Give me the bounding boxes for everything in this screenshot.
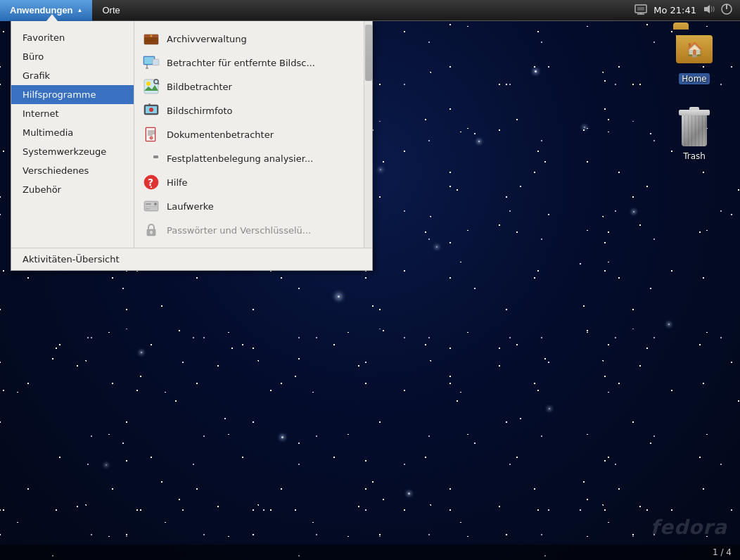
menu-app-betrachter[interactable]: Betrachter für entfernte Bildsc... [134, 51, 364, 75]
betrachter-label: Betrachter für entfernte Bildsc... [167, 58, 315, 68]
svg-point-27 [149, 108, 153, 112]
menu-item-grafik[interactable]: Grafik [11, 66, 134, 85]
menu-item-favoriten[interactable]: Favoriten [11, 28, 134, 47]
desktop: Anwendungen Orte Mo 21:41 )))) [0, 0, 740, 560]
menu-app-festplatte[interactable]: Festplattenbelegung analysier... [134, 146, 364, 170]
menu-right-panel: Archivverwaltung Betrach [134, 21, 364, 248]
svg-rect-52 [146, 208, 150, 210]
workspace-indicator: 1 / 4 [0, 545, 740, 560]
laufwerke-icon [143, 198, 160, 215]
application-menu: Favoriten Büro Grafik Hilfsprogramme Int… [11, 21, 373, 271]
menu-content: Favoriten Büro Grafik Hilfsprogramme Int… [11, 21, 372, 248]
svg-text:)))): )))) [710, 6, 715, 13]
home-folder-icon-img: 🏠 [673, 28, 715, 70]
hilfe-label: Hilfe [167, 177, 188, 188]
passwoerter-label: Passwörter und Verschlüsselü... [167, 225, 311, 236]
bildschirmfoto-label: Bildschirmfoto [167, 106, 233, 116]
menu-item-internet[interactable]: Internet [11, 104, 134, 123]
menu-app-passwoerter: Passwörter und Verschlüsselü... [134, 218, 364, 242]
bildbetrachter-icon [143, 78, 160, 95]
svg-text:?: ? [148, 177, 153, 188]
svg-rect-28 [148, 103, 151, 105]
home-icon-label: Home [679, 73, 709, 84]
menu-app-archivverwaltung[interactable]: Archivverwaltung [134, 27, 364, 51]
menu-left-panel: Favoriten Büro Grafik Hilfsprogramme Int… [11, 21, 134, 248]
passwoerter-icon [143, 222, 160, 238]
festplatte-label: Festplattenbelegung analysier... [167, 153, 313, 164]
menu-app-hilfe[interactable]: ? Hilfe [134, 170, 364, 194]
sound-icon[interactable]: )))) [702, 4, 715, 17]
trash-desktop-icon[interactable]: Trash [663, 106, 726, 162]
menu-scrollbar[interactable] [364, 21, 372, 248]
fedora-watermark: fedora [651, 516, 727, 539]
menu-item-systemwerkzeuge[interactable]: Systemwerkzeuge [11, 142, 134, 161]
trash-icon-img [673, 106, 715, 148]
menu-app-bildbetrachter[interactable]: Bildbetrachter [134, 75, 364, 98]
archivverwaltung-icon [143, 30, 160, 47]
svg-rect-20 [144, 79, 158, 94]
svg-rect-17 [153, 60, 158, 65]
svg-marker-4 [704, 5, 710, 13]
svg-point-46 [151, 186, 152, 188]
festplatte-icon [143, 150, 160, 167]
desktop-icons: 🏠 Home Trash [663, 28, 726, 162]
svg-point-10 [151, 35, 153, 37]
power-icon[interactable] [720, 3, 733, 18]
menu-item-multimedia[interactable]: Multimedia [11, 123, 134, 142]
menu-arrow [46, 14, 58, 21]
menu-footer-aktivitaeten[interactable]: Aktivitäten-Übersicht [11, 248, 372, 270]
menu-item-verschiedenes[interactable]: Verschiedenes [11, 161, 134, 180]
orte-button[interactable]: Orte [92, 0, 129, 21]
taskbar-left: Anwendungen Orte [0, 0, 130, 20]
bildbetrachter-label: Bildbetrachter [167, 82, 232, 92]
svg-point-21 [146, 82, 151, 86]
svg-rect-51 [146, 203, 151, 205]
menu-app-dokumentenbetrachter[interactable]: Dokumentenbetrachter [134, 122, 364, 146]
dokumentenbetrachter-icon [143, 126, 160, 143]
archivverwaltung-label: Archivverwaltung [167, 34, 247, 44]
betrachter-icon [143, 54, 160, 71]
hilfe-icon: ? [143, 174, 160, 191]
datetime-display[interactable]: Mo 21:41 [653, 5, 696, 15]
dokumentenbetrachter-label: Dokumentenbetrachter [167, 129, 274, 140]
scrollbar-thumb[interactable] [365, 25, 372, 81]
menu-item-zubehoer[interactable]: Zubehör [11, 180, 134, 199]
svg-rect-3 [637, 7, 644, 11]
network-icon[interactable] [634, 4, 648, 17]
menu-app-laufwerke[interactable]: Laufwerke [134, 194, 364, 218]
menu-app-bildschirmfoto[interactable]: Bildschirmfoto [134, 98, 364, 122]
svg-rect-42 [153, 155, 158, 158]
bildschirmfoto-icon [143, 102, 160, 119]
trash-icon-label: Trash [680, 151, 708, 162]
home-desktop-icon[interactable]: 🏠 Home [663, 28, 726, 84]
taskbar-right: Mo 21:41 )))) [634, 3, 740, 18]
laufwerke-label: Laufwerke [167, 201, 214, 212]
menu-item-buero[interactable]: Büro [11, 47, 134, 66]
taskbar: Anwendungen Orte Mo 21:41 )))) [0, 0, 740, 21]
svg-point-50 [154, 203, 157, 205]
workspace-label: 1 / 4 [713, 547, 732, 557]
menu-item-hilfsprogramme[interactable]: Hilfsprogramme [11, 85, 134, 104]
